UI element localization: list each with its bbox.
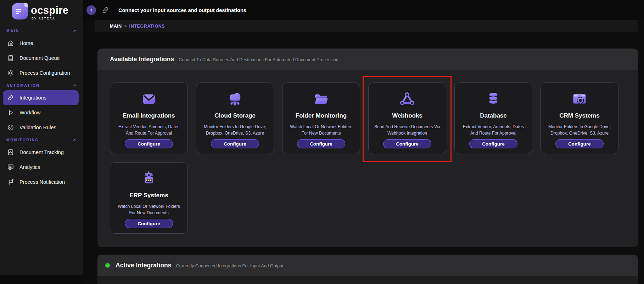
sidebar-item-label: Process Configuration	[19, 70, 70, 76]
active-integrations-panel: Active Integrations Currently Connected …	[97, 255, 638, 284]
card-title: Folder Monitoring	[296, 112, 347, 119]
chevron-up-icon[interactable]	[73, 83, 77, 87]
validation-rules-icon	[7, 124, 14, 131]
integration-card-email-integrations[interactable]: Email Integrations Extract Vendor, Amoun…	[110, 83, 188, 154]
erp-icon: ERP	[140, 170, 157, 187]
card-title: Database	[480, 112, 507, 119]
breadcrumb-current[interactable]: INTEGRATIONS	[129, 24, 165, 29]
section-subtitle: Connect To Data Sources And Destinations…	[179, 57, 340, 62]
integration-card-webhooks[interactable]: Webhooks Send And Receive Documents Via …	[368, 83, 446, 154]
breadcrumb-root[interactable]: MAIN	[110, 24, 122, 29]
configure-button[interactable]: Configure	[555, 139, 604, 148]
email-icon	[140, 91, 157, 108]
cloud-storage-icon	[226, 91, 243, 108]
chevron-up-icon[interactable]	[73, 29, 77, 33]
integration-card-database[interactable]: Database Extract Vendor, Amounts, Dates …	[454, 83, 532, 154]
sidebar-section-main: MAIN Home Document Queue Process Configu…	[0, 26, 83, 80]
sidebar-item-label: Document Tracking	[19, 149, 64, 155]
available-integrations-header: Available Integrations Connect To Data S…	[97, 49, 638, 70]
sidebar-footer	[0, 275, 83, 284]
integration-card-erp-systems[interactable]: ERP ERP Systems Watch Local Or Network F…	[110, 162, 188, 234]
card-description: Monitor Folders In Google Drive, Dropbox…	[201, 124, 269, 139]
configure-button[interactable]: Configure	[383, 139, 431, 148]
card-title: Email Integrations	[123, 112, 175, 119]
workflow-icon	[7, 109, 14, 116]
cards-grid: Email Integrations Extract Vendor, Amoun…	[110, 83, 624, 234]
active-integrations-header: Active Integrations Currently Connected …	[97, 255, 638, 276]
card-description: Watch Local Or Network Folders For New D…	[115, 203, 183, 219]
card-description: Extract Vendor, Amounts, Dates And Route…	[115, 124, 183, 139]
sidebar: ocspire BY ASTERA MAIN Home Document Que…	[0, 0, 83, 284]
sidebar-item-workflow[interactable]: Workflow	[3, 105, 79, 120]
sidebar-section-label: AUTOMATION	[6, 83, 40, 87]
card-description: Monitor Folders In Google Drive, Dropbox…	[545, 124, 614, 139]
integration-card-cloud-storage[interactable]: Cloud Storage Monitor Folders In Google …	[196, 83, 274, 154]
sidebar-item-label: Process Notification	[19, 179, 65, 185]
card-title: Webhooks	[392, 112, 422, 119]
chevron-left-icon	[89, 8, 93, 12]
sidebar-section-monitoring: MONITORING Document Tracking Analytics P…	[0, 135, 83, 189]
card-description: Send And Receive Documents Via Webhook I…	[373, 124, 441, 139]
sidebar-section-header: AUTOMATION	[0, 80, 83, 90]
process-configuration-icon	[7, 69, 14, 76]
home-icon	[7, 40, 14, 47]
brand-logo: ocspire BY ASTERA	[0, 0, 83, 20]
brand-tagline: BY ASTERA	[31, 17, 69, 20]
breadcrumb: MAIN > INTEGRATIONS	[95, 20, 638, 32]
sidebar-item-label: Home	[19, 40, 33, 46]
sidebar-item-label: Analytics	[19, 164, 40, 170]
sidebar-section-header: MONITORING	[0, 135, 83, 145]
svg-text:ERP: ERP	[146, 179, 152, 182]
sidebar-item-label: Integrations	[19, 95, 46, 101]
crm-icon	[571, 91, 588, 108]
sidebar-nav: MAIN Home Document Queue Process Configu…	[0, 26, 83, 189]
card-title: ERP Systems	[129, 192, 168, 199]
integration-card-crm-systems[interactable]: CRM Systems Monitor Folders In Google Dr…	[541, 83, 618, 154]
available-integrations-panel: Available Integrations Connect To Data S…	[97, 49, 638, 247]
breadcrumb-separator: >	[124, 24, 127, 29]
link-icon	[101, 6, 110, 14]
sidebar-section-header: MAIN	[0, 26, 83, 36]
sidebar-section-label: MONITORING	[6, 138, 39, 142]
section-subtitle: Currently Connected Integrations For Inp…	[176, 263, 285, 268]
process-notification-icon	[7, 178, 14, 186]
sidebar-item-integrations[interactable]: Integrations	[3, 90, 79, 105]
configure-button[interactable]: Configure	[125, 139, 173, 148]
document-tracking-icon	[7, 149, 14, 156]
sidebar-section-automation: AUTOMATION Integrations Workflow Validat…	[0, 80, 83, 135]
card-title: CRM Systems	[559, 112, 599, 119]
integration-card-folder-monitoring[interactable]: Folder Monitoring Watch Local Or Network…	[282, 83, 360, 154]
back-button[interactable]	[86, 5, 96, 15]
sidebar-item-process-configuration[interactable]: Process Configuration	[3, 66, 79, 80]
card-description: Watch Local Or Network Folders For New D…	[287, 124, 355, 139]
card-title: Cloud Storage	[214, 112, 256, 119]
configure-button[interactable]: Configure	[297, 139, 345, 148]
database-icon	[485, 91, 502, 108]
sidebar-item-analytics[interactable]: Analytics	[3, 160, 79, 175]
sidebar-item-label: Validation Rules	[19, 125, 56, 130]
integrations-link-icon	[7, 94, 14, 101]
page-title: Connect your input sources and output de…	[118, 7, 246, 13]
sidebar-item-document-tracking[interactable]: Document Tracking	[3, 145, 79, 160]
card-description: Extract Vendor, Amounts, Dates And Route…	[459, 124, 527, 139]
section-title: Active Integrations	[116, 262, 172, 269]
document-queue-icon	[7, 55, 14, 62]
ocspire-logo-icon	[12, 3, 28, 19]
status-dot-icon	[105, 263, 110, 268]
webhook-icon	[399, 91, 416, 108]
configure-button[interactable]: Configure	[469, 139, 517, 148]
sidebar-item-validation-rules[interactable]: Validation Rules	[3, 120, 79, 135]
sidebar-section-label: MAIN	[6, 29, 19, 33]
sidebar-item-label: Workflow	[19, 110, 40, 115]
sidebar-item-home[interactable]: Home	[3, 36, 79, 51]
chevron-up-icon[interactable]	[73, 138, 77, 142]
top-bar: Connect your input sources and output de…	[83, 0, 644, 20]
sidebar-item-document-queue[interactable]: Document Queue	[3, 51, 79, 66]
sidebar-item-label: Document Queue	[19, 55, 60, 61]
analytics-icon	[7, 164, 14, 171]
configure-button[interactable]: Configure	[125, 219, 173, 228]
configure-button[interactable]: Configure	[211, 139, 259, 148]
sidebar-item-process-notification[interactable]: Process Notification	[3, 175, 79, 189]
folder-monitoring-icon	[313, 91, 330, 108]
section-title: Available Integrations	[110, 56, 174, 63]
